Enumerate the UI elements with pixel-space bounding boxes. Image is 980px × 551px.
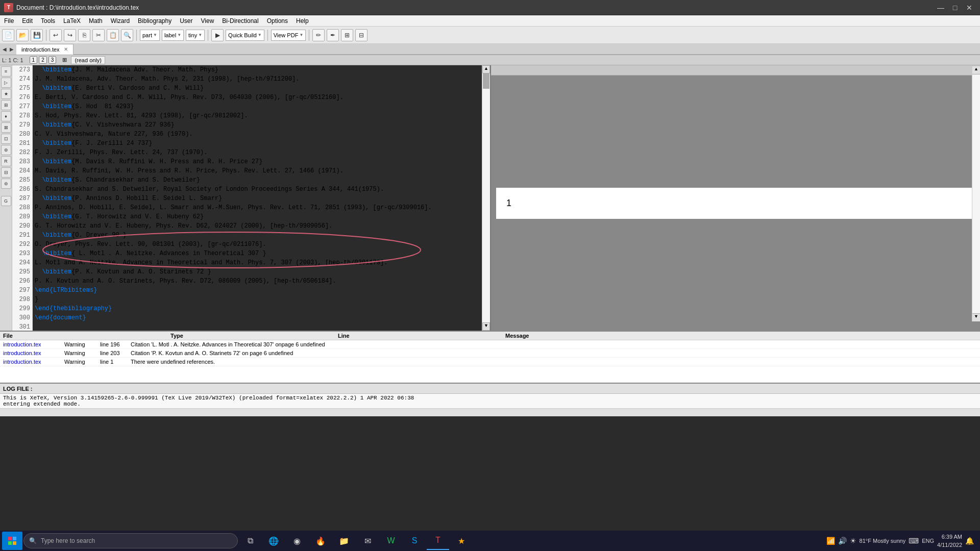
menu-bibliography[interactable]: Bibliography <box>134 15 176 26</box>
line-numbers: 273 274 275 276 277 278 279 280 281 282 … <box>12 65 33 331</box>
grid-button[interactable]: ⊟ <box>355 29 368 41</box>
edit2-icon-button[interactable]: ✒ <box>327 29 339 41</box>
cut-button[interactable]: ✂ <box>92 29 105 41</box>
scroll-track[interactable] <box>482 73 490 322</box>
menu-view[interactable]: View <box>197 15 218 26</box>
left-icon-12[interactable]: G <box>1 196 11 206</box>
taskbar-search[interactable]: 🔍 Type here to search <box>23 533 238 548</box>
menu-bidirectional[interactable]: Bi-Directional <box>218 15 262 26</box>
left-icon-5[interactable]: ♦ <box>1 111 11 121</box>
menu-latex[interactable]: LaTeX <box>59 15 85 26</box>
msg-row-2[interactable]: introduction.tex Warning line 203 Citati… <box>0 349 980 358</box>
new-button[interactable]: 📄 <box>2 29 14 41</box>
edge-button[interactable]: 🌐 <box>262 532 285 550</box>
close-button[interactable]: ✕ <box>963 2 976 13</box>
file-explorer-button[interactable]: 📁 <box>333 532 355 550</box>
edit-icon-button[interactable]: ✏ <box>312 29 325 41</box>
menu-edit[interactable]: Edit <box>18 15 37 26</box>
minimize-button[interactable]: — <box>934 2 947 13</box>
pdf-view-button[interactable]: ⊞ <box>341 29 353 41</box>
page-3-button[interactable]: 3 <box>48 56 57 64</box>
skype-button[interactable]: S <box>403 532 426 550</box>
msg-file-3[interactable]: introduction.tex <box>3 359 64 365</box>
menu-help[interactable]: Help <box>292 15 313 26</box>
pdf-page: 1 <box>496 188 975 219</box>
msg-row-3[interactable]: introduction.tex Warning line 1 There we… <box>0 358 980 366</box>
notification-icon[interactable]: 🔔 <box>965 537 974 545</box>
preview-scroll-track[interactable] <box>972 74 980 313</box>
code-editor[interactable]: \bibitem{J. M. Maldacena Adv. Theor. Mat… <box>33 65 482 331</box>
code-line-286: S. Chandrasekhar and S. Detweiler, Royal… <box>35 185 482 194</box>
menu-options[interactable]: Options <box>263 15 292 26</box>
quick-build-dropdown[interactable]: Quick Build ▼ <box>226 30 264 41</box>
open-button[interactable]: 📂 <box>16 29 29 41</box>
msg-file-1[interactable]: introduction.tex <box>3 341 64 347</box>
left-icon-8[interactable]: ⊚ <box>1 145 11 155</box>
save-button[interactable]: 💾 <box>31 29 43 41</box>
line-num-286: 286 <box>12 185 32 194</box>
tab-right-arrow[interactable]: ▶ <box>8 46 15 52</box>
clock[interactable]: 6:39 AM 4/11/2022 <box>937 533 962 549</box>
build-arrow-button[interactable]: ▶ <box>211 29 224 41</box>
left-icon-3[interactable]: ★ <box>1 89 11 99</box>
paste-button[interactable]: 📋 <box>107 29 119 41</box>
preview-scroll-up[interactable]: ▲ <box>972 66 980 74</box>
pdf-preview-panel: 1 ▲ ▼ <box>490 65 980 331</box>
task-view-button[interactable]: ⧉ <box>239 532 261 550</box>
log-scrollbar[interactable] <box>0 408 980 416</box>
left-icon-7[interactable]: ⊡ <box>1 134 11 144</box>
tab-introduction[interactable]: introduction.tex ✕ <box>16 44 74 55</box>
msg-row-1[interactable]: introduction.tex Warning line 196 Citati… <box>0 340 980 349</box>
chrome-button[interactable]: ◉ <box>286 532 308 550</box>
menu-math[interactable]: Math <box>85 15 107 26</box>
search-button[interactable]: 🔍 <box>121 29 133 41</box>
left-icon-10[interactable]: ⊟ <box>1 167 11 178</box>
word-button[interactable]: W <box>380 532 402 550</box>
texmaker-taskbar-button[interactable]: T <box>427 532 449 550</box>
left-icon-11[interactable]: ⊜ <box>1 179 11 189</box>
msg-file-2[interactable]: introduction.tex <box>3 350 64 356</box>
language-icon[interactable]: ⌨ <box>909 537 919 545</box>
undo-button[interactable]: ↩ <box>50 29 62 41</box>
part-dropdown[interactable]: part ▼ <box>140 30 160 41</box>
app-yellow-button[interactable]: ★ <box>450 532 473 550</box>
code-line-284: M. Davis, R. Ruffini, W. H. Press and R.… <box>35 166 482 176</box>
tab-close-button[interactable]: ✕ <box>64 46 68 52</box>
line-num-297: 297 <box>12 286 32 295</box>
menu-file[interactable]: File <box>0 15 18 26</box>
preview-scrollbar[interactable]: ▲ ▼ <box>972 66 980 321</box>
network-icon[interactable]: 📶 <box>826 537 835 545</box>
volume-icon[interactable]: 🔊 <box>838 537 847 545</box>
left-icon-1[interactable]: ≡ <box>1 66 11 77</box>
menu-wizard[interactable]: Wizard <box>107 15 134 26</box>
line-num-292: 292 <box>12 240 32 249</box>
maximize-button[interactable]: □ <box>948 2 962 13</box>
scroll-up-button[interactable]: ▲ <box>482 65 490 73</box>
firefox-button[interactable]: 🔥 <box>309 532 332 550</box>
mail-button[interactable]: ✉ <box>356 532 379 550</box>
preview-scroll-down[interactable]: ▼ <box>972 313 980 321</box>
tiny-dropdown[interactable]: tiny ▼ <box>186 30 205 41</box>
label-dropdown[interactable]: label ▼ <box>162 30 184 41</box>
line-num-276: 276 <box>12 93 32 102</box>
view-pdf-dropdown[interactable]: View PDF ▼ <box>271 30 306 41</box>
left-icon-4[interactable]: ⊞ <box>1 100 11 110</box>
page-2-button[interactable]: 2 <box>39 56 47 64</box>
left-icon-6[interactable]: ⊠ <box>1 122 11 133</box>
code-line-287: \bibitem{P. Anninos D. Hobill E. Seidel … <box>35 194 482 203</box>
left-icon-2[interactable]: ▷ <box>1 78 11 88</box>
structure-button[interactable]: ⊞ <box>62 57 67 63</box>
weather-icon[interactable]: ☀ <box>850 537 856 545</box>
msg-col-line: Line <box>338 333 495 339</box>
copy-button[interactable]: ⎘ <box>78 29 90 41</box>
vertical-scrollbar[interactable]: ▲ ▼ <box>482 65 490 331</box>
left-icon-9[interactable]: R <box>1 156 11 166</box>
redo-button[interactable]: ↪ <box>64 29 76 41</box>
start-button[interactable] <box>2 532 22 550</box>
menu-tools[interactable]: Tools <box>37 15 59 26</box>
menu-user[interactable]: User <box>176 15 197 26</box>
tab-left-arrow[interactable]: ◀ <box>1 46 8 52</box>
scroll-thumb[interactable] <box>483 73 489 89</box>
page-1-button[interactable]: 1 <box>30 56 38 64</box>
scroll-down-button[interactable]: ▼ <box>482 322 490 331</box>
